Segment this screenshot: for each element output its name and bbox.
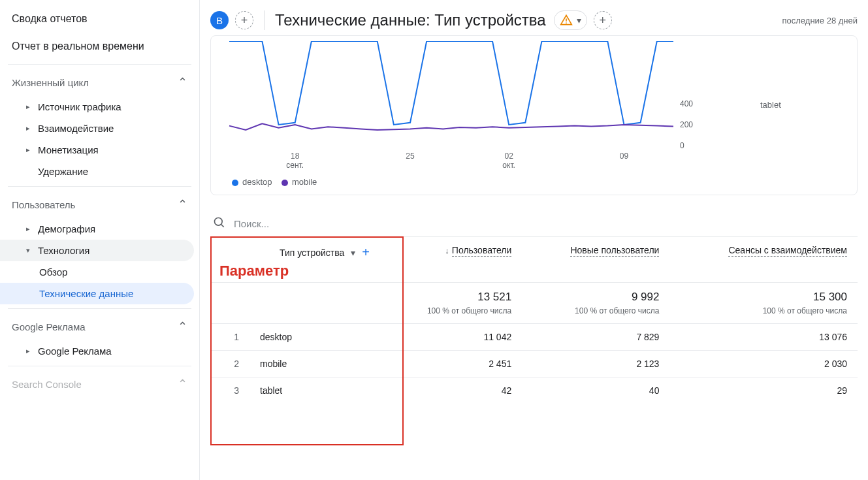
cell-new-users: 7 829 [522, 324, 669, 351]
separator [8, 186, 191, 187]
nav-engagement[interactable]: ▸Взаимодействие [0, 118, 199, 139]
section-user[interactable]: Пользователь ⌃ [0, 191, 199, 218]
nav-label: Взаимодействие [38, 123, 114, 134]
chevron-down-icon: ▾ [577, 15, 581, 25]
total-value: 13 521 [391, 291, 511, 304]
separator [8, 366, 191, 366]
col-sessions[interactable]: Сеансы с взаимодействием [669, 237, 858, 283]
add-button[interactable]: + [235, 11, 253, 29]
chart-card: 020040018сент.2502окт.09 tablet desktop … [210, 35, 858, 195]
nav-demographics[interactable]: ▸Демография [0, 218, 199, 240]
line-chart: 020040018сент.2502окт.09 [216, 41, 760, 172]
nav-traffic-source[interactable]: ▸Источник трафика [0, 96, 199, 118]
nav-realtime[interactable]: Отчет в реальном времени [0, 33, 199, 60]
table-row[interactable]: 3 tablet 42 40 29 [210, 377, 858, 404]
nav-label: Удержание [38, 166, 88, 177]
row-name: desktop [249, 324, 380, 351]
total-users: 13 521100 % от общего числа [380, 283, 522, 324]
total-value: 15 300 [680, 291, 847, 304]
date-range[interactable]: последние 28 дней [782, 16, 858, 25]
table-row[interactable]: 2 mobile 2 451 2 123 2 030 [210, 351, 858, 377]
section-search-console[interactable]: Search Console ⌃ [0, 370, 199, 398]
nav-label: Отчет в реальном времени [12, 40, 144, 52]
section-ads[interactable]: Google Реклама ⌃ [0, 313, 199, 340]
search-input[interactable] [234, 218, 855, 229]
page-title: Технические данные: Тип устройства [275, 11, 546, 29]
cell-sessions: 2 030 [669, 351, 858, 377]
sort-down-icon: ↓ [445, 246, 449, 255]
separator [8, 64, 191, 65]
cell-sessions: 13 076 [669, 324, 858, 351]
nav-label: Монетизация [38, 144, 99, 155]
sidebar: Сводка отчетов Отчет в реальном времени … [0, 0, 200, 480]
caret-right-icon: ▸ [26, 146, 30, 154]
chevron-up-icon: ⌃ [178, 75, 187, 89]
caret-right-icon: ▸ [26, 347, 30, 355]
svg-text:0: 0 [680, 141, 684, 150]
nav-technology[interactable]: ▾Технология [0, 240, 194, 261]
caret-down-icon: ▾ [26, 246, 30, 255]
cell-users: 11 042 [380, 324, 522, 351]
total-new-users: 9 992100 % от общего числа [522, 283, 669, 324]
svg-text:25: 25 [406, 152, 415, 161]
col-new-users[interactable]: Новые пользователи [522, 237, 669, 283]
nav-google-ads[interactable]: ▸Google Реклама [0, 340, 199, 362]
legend-label: mobile [292, 177, 317, 187]
total-sub: 100 % от общего числа [532, 306, 659, 315]
avatar[interactable]: В [210, 11, 229, 29]
svg-point-11 [215, 218, 223, 226]
content-area: 020040018сент.2502окт.09 tablet desktop … [200, 35, 868, 480]
chevron-up-icon: ⌃ [178, 319, 187, 334]
row-name: tablet [249, 377, 380, 404]
legend-item-desktop[interactable]: desktop [232, 177, 272, 187]
cell-sessions: 29 [669, 377, 858, 404]
nav-label: Google Реклама [38, 345, 112, 357]
legend-dot-icon [281, 180, 288, 186]
caret-right-icon: ▸ [26, 103, 30, 111]
section-label: Google Реклама [12, 321, 86, 332]
add-dimension-button[interactable]: + [362, 245, 370, 260]
legend-dot-icon [232, 180, 238, 186]
nav-retention[interactable]: ▸Удержание [0, 161, 199, 182]
page-header: В + Технические данные: Тип устройства ▾… [200, 0, 868, 35]
data-table: Тип устройства ▾ + ↓Пользователи Новые п… [210, 236, 858, 404]
caret-right-icon: ▸ [26, 225, 30, 233]
svg-text:окт.: окт. [502, 161, 515, 170]
caret-right-icon: ▸ [26, 124, 30, 133]
section-label: Пользователь [12, 199, 75, 210]
svg-text:сент.: сент. [286, 161, 304, 170]
row-index: 1 [210, 324, 249, 351]
table-row[interactable]: 1 desktop 11 042 7 829 13 076 [210, 324, 858, 351]
chart-legend: desktop mobile [216, 172, 852, 187]
cell-new-users: 2 123 [522, 351, 669, 377]
nav-reports-summary[interactable]: Сводка отчетов [0, 5, 199, 33]
legend-label: desktop [242, 177, 272, 187]
total-sub: 100 % от общего числа [680, 306, 847, 315]
nav-monetization[interactable]: ▸Монетизация [0, 139, 199, 161]
chevron-down-icon: ▾ [351, 248, 355, 258]
svg-text:200: 200 [680, 120, 693, 129]
add-comparison-button[interactable]: + [594, 11, 612, 29]
search-row [210, 211, 858, 236]
main-content: В + Технические данные: Тип устройства ▾… [200, 0, 868, 480]
chevron-up-icon: ⌃ [178, 377, 187, 391]
nav-tech-overview[interactable]: Обзор [0, 261, 199, 283]
warning-dropdown[interactable]: ▾ [554, 10, 587, 30]
nav-tech-details[interactable]: Технические данные [0, 283, 194, 304]
section-lifecycle[interactable]: Жизненный цикл ⌃ [0, 69, 199, 96]
total-sessions: 15 300100 % от общего числа [669, 283, 858, 324]
legend-item-mobile[interactable]: mobile [281, 177, 317, 187]
svg-text:09: 09 [620, 152, 629, 161]
separator [8, 308, 191, 309]
row-name: mobile [249, 351, 380, 377]
col-users[interactable]: ↓Пользователи [380, 237, 522, 283]
svg-line-12 [221, 225, 224, 227]
svg-text:02: 02 [504, 152, 513, 161]
table-container: Параметр Тип устройства ▾ + [210, 236, 858, 404]
section-label: Жизненный цикл [12, 77, 89, 88]
chevron-up-icon: ⌃ [178, 197, 187, 212]
chart-right-label: tablet [760, 41, 852, 172]
nav-label: Демография [38, 223, 95, 234]
totals-spacer [210, 283, 249, 324]
col-label: Пользователи [452, 245, 511, 257]
